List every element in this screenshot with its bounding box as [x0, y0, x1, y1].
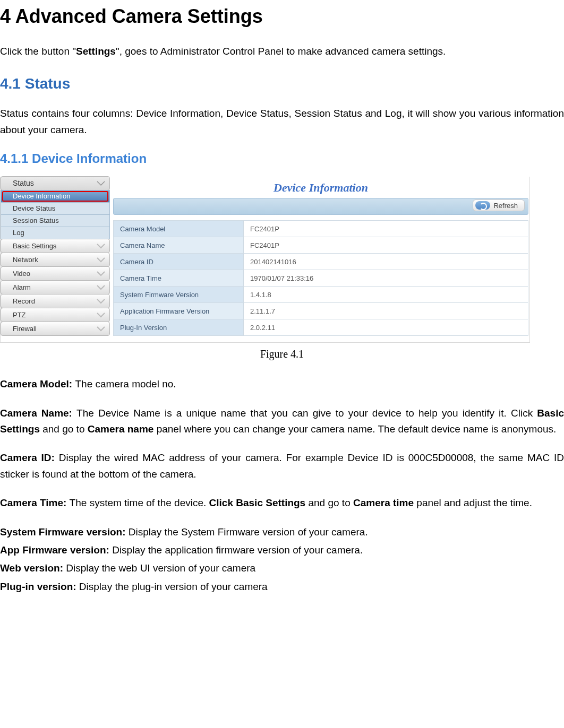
info-value: 1.4.1.8 [244, 287, 528, 303]
settings-sidebar: Status Device Information Device Status … [1, 177, 110, 342]
sidebar-item-alarm[interactable]: Alarm [1, 280, 110, 294]
sidebar-item-label: Network [13, 256, 38, 264]
text: Display the System Firmware version of y… [129, 526, 368, 538]
refresh-bar: Refresh [113, 198, 528, 215]
sidebar-item-label: Log [13, 229, 24, 237]
table-row: Camera ID 201402141016 [114, 254, 528, 270]
sidebar-item-record[interactable]: Record [1, 294, 110, 308]
sidebar-item-label: Video [13, 270, 30, 278]
sidebar-item-video[interactable]: Video [1, 266, 110, 281]
heading-subsection: 4.1.1 Device Information [0, 151, 564, 166]
device-info-screenshot: Status Device Information Device Status … [0, 177, 530, 343]
text-bold: Camera Model: [0, 378, 75, 389]
sidebar-item-basic-settings[interactable]: Basic Settings [1, 239, 110, 253]
sidebar-item-label: Status [13, 179, 34, 187]
text-bold: App Firmware version: [0, 544, 112, 556]
text: Click the button " [0, 46, 76, 57]
plugin-paragraph: Plug-in version: Display the plug-in ver… [0, 579, 564, 595]
camera-time-paragraph: Camera Time: The system time of the devi… [0, 495, 564, 511]
text: and go to [40, 423, 88, 435]
info-key: Camera Name [114, 237, 244, 254]
chevron-down-icon [97, 271, 105, 276]
sidebar-item-network[interactable]: Network [1, 253, 110, 267]
sidebar-item-status[interactable]: Status [1, 176, 110, 190]
camera-name-paragraph: Camera Name: The Device Name is a unique… [0, 405, 564, 438]
refresh-button[interactable]: Refresh [473, 200, 525, 211]
sidebar-item-label: Firewall [13, 325, 37, 333]
table-row: Application Firmware Version 2.11.1.7 [114, 303, 528, 319]
text-bold: Camera Name: [0, 408, 76, 419]
sidebar-item-label: Device Information [13, 192, 70, 200]
table-row: Plug-In Version 2.0.2.11 [114, 319, 528, 336]
text: The system time of the device. [70, 497, 209, 508]
device-info-table: Camera Model FC2401P Camera Name FC2401P… [113, 220, 528, 336]
chevron-down-icon [97, 326, 105, 332]
sidebar-item-label: Device Status [13, 204, 55, 212]
info-key: Camera Model [114, 221, 244, 237]
info-value: 1970/01/07 21:33:16 [244, 270, 528, 287]
sidebar-item-label: Session Status [13, 216, 59, 224]
info-key: Plug-In Version [114, 319, 244, 336]
app-fw-paragraph: App Firmware version: Display the applic… [0, 542, 564, 558]
text: Display the web UI version of your camer… [66, 562, 255, 574]
info-key: Application Firmware Version [114, 303, 244, 319]
text-bold: Web version: [0, 562, 66, 574]
sidebar-item-ptz[interactable]: PTZ [1, 308, 110, 322]
text: panel and adjust the time. [414, 497, 532, 508]
sidebar-item-log[interactable]: Log [1, 227, 110, 239]
refresh-icon [475, 201, 490, 210]
text: and go to [305, 497, 353, 508]
figure-caption: Figure 4.1 [0, 348, 564, 360]
text: Display the application firmware version… [112, 544, 363, 556]
chevron-down-icon [97, 299, 105, 304]
sidebar-item-session-status[interactable]: Session Status [1, 214, 110, 227]
refresh-button-label: Refresh [493, 202, 518, 210]
text: The camera model no. [75, 378, 176, 389]
table-row: Camera Time 1970/01/07 21:33:16 [114, 270, 528, 287]
info-key: Camera Time [114, 270, 244, 287]
sidebar-item-label: Basic Settings [13, 242, 56, 250]
sidebar-item-device-status[interactable]: Device Status [1, 202, 110, 215]
info-value: 201402141016 [244, 254, 528, 270]
table-row: System Firmware Version 1.4.1.8 [114, 287, 528, 303]
sidebar-item-label: Alarm [13, 283, 31, 291]
text-bold: Settings [76, 46, 116, 57]
text: ", goes to Administrator Control Panel t… [116, 46, 446, 57]
chevron-down-icon [97, 181, 105, 186]
text-bold: Camera ID: [0, 452, 59, 463]
chevron-down-icon [97, 313, 105, 318]
text-bold: System Firmware version: [0, 526, 129, 538]
sidebar-item-firewall[interactable]: Firewall [1, 322, 110, 336]
text-bold: Camera Time: [0, 497, 70, 508]
table-row: Camera Name FC2401P [114, 237, 528, 254]
chevron-down-icon [97, 244, 105, 249]
text: Display the wired MAC address of your ca… [0, 452, 564, 479]
camera-id-paragraph: Camera ID: Display the wired MAC address… [0, 450, 564, 482]
camera-model-paragraph: Camera Model: The camera model no. [0, 376, 564, 392]
sys-fw-paragraph: System Firmware version: Display the Sys… [0, 524, 564, 540]
web-paragraph: Web version: Display the web UI version … [0, 560, 564, 576]
chevron-down-icon [97, 257, 105, 263]
heading-section: 4.1 Status [0, 75, 564, 92]
info-value: 2.0.2.11 [244, 319, 528, 336]
chevron-down-icon [97, 285, 105, 290]
text: Display the plug-in version of your came… [79, 581, 268, 592]
text-bold: Camera name [88, 423, 154, 435]
sidebar-item-device-information[interactable]: Device Information [1, 190, 110, 203]
device-info-panel: Device Information Refresh Camera Model … [110, 177, 529, 342]
heading-chapter: 4 Advanced Camera Settings [0, 5, 564, 28]
info-value: FC2401P [244, 221, 528, 237]
info-value: FC2401P [244, 237, 528, 254]
intro-paragraph: Click the button "Settings", goes to Adm… [0, 44, 564, 59]
table-row: Camera Model FC2401P [114, 221, 528, 237]
text: panel where you can change your camera n… [153, 423, 556, 435]
info-key: Camera ID [114, 254, 244, 270]
info-key: System Firmware Version [114, 287, 244, 303]
text: The Device Name is a unique name that yo… [76, 408, 537, 419]
sidebar-item-label: PTZ [13, 311, 26, 319]
status-paragraph: Status contains four columns: Device Inf… [0, 106, 564, 138]
panel-title: Device Information [113, 181, 528, 195]
text-bold: Camera time [353, 497, 414, 508]
text-bold: Plug-in version: [0, 581, 79, 592]
info-value: 2.11.1.7 [244, 303, 528, 319]
